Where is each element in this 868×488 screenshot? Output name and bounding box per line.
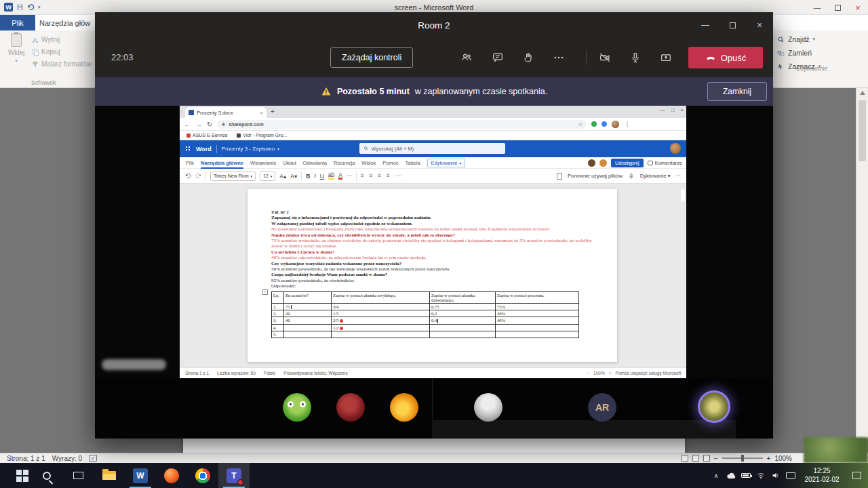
underline-button[interactable]: U [320, 173, 324, 180]
document-name[interactable]: Procenty 3 - Zapisano▾ [222, 146, 279, 152]
hidden-icons-chevron[interactable]: ∧ [709, 472, 724, 479]
copy-button[interactable]: Kopiuj [32, 46, 60, 58]
taskbar-orange-app-button[interactable] [156, 463, 187, 488]
participant-avatar-red[interactable] [336, 393, 365, 422]
camera-off-button[interactable] [593, 45, 617, 70]
participant-avatar-photo[interactable] [474, 393, 502, 422]
tab-close-icon[interactable]: × [260, 110, 263, 116]
participant-avatar-speaking[interactable] [698, 390, 730, 423]
indent-icon[interactable]: ≡ [378, 173, 382, 179]
chrome-maximize-icon[interactable]: □ [671, 107, 674, 113]
web-layout-icon[interactable] [703, 455, 710, 462]
table-row[interactable]: 3. 40 2/5 0,4 40% [272, 317, 579, 325]
table-row[interactable]: 1. 75 3/4 0,75 75% [272, 303, 579, 310]
keyboard-icon[interactable] [783, 472, 798, 479]
battery-icon[interactable] [738, 473, 753, 478]
raise-hand-button[interactable] [517, 45, 541, 70]
font-name-select[interactable]: Times New Rom▾ [210, 171, 256, 181]
bold-button[interactable]: B [306, 173, 310, 180]
zoom-slider[interactable] [722, 458, 763, 459]
italic-button[interactable]: I [314, 173, 315, 180]
paste-dropdown-icon[interactable]: ▾ [15, 58, 18, 64]
ribbon-overflow-icon[interactable]: ⋯ [676, 173, 682, 179]
bullet-list-icon[interactable]: ≡ [361, 173, 366, 179]
more-font-options-icon[interactable]: ⋯ [347, 173, 352, 179]
banner-close-button[interactable]: Zamknij [707, 82, 767, 101]
account-avatar[interactable] [670, 143, 681, 154]
shrink-font-icon[interactable]: A▾ [290, 173, 297, 180]
search-box[interactable] [359, 143, 505, 154]
read-mode-icon[interactable] [682, 455, 688, 462]
save-icon[interactable] [16, 3, 24, 11]
participants-button[interactable] [454, 45, 479, 70]
zoom-level[interactable]: 100% [774, 455, 792, 462]
table-row[interactable]: 2. 20 1/5 0,2 20% [272, 310, 579, 317]
action-center-icon[interactable] [852, 472, 861, 479]
forward-icon[interactable]: → [195, 121, 202, 128]
participant-avatar-flame[interactable] [390, 393, 418, 422]
bookmark-item-2[interactable]: Vidr - Program Gru... [237, 133, 287, 138]
editing-mode-dropdown[interactable]: Edytowanie▾ [427, 159, 466, 167]
chat-button[interactable] [486, 45, 510, 70]
wo-tab-home[interactable]: Narzędzia główne [201, 157, 243, 169]
more-options-button[interactable] [547, 45, 571, 70]
word-scrollbar[interactable] [856, 88, 868, 439]
wo-tab-plik[interactable]: Plik [186, 160, 194, 166]
taskbar-search-button[interactable] [31, 463, 62, 488]
chrome-close-icon[interactable]: × [680, 107, 684, 113]
taskbar-word-button[interactable]: W [125, 463, 156, 488]
wo-tab-recenzja[interactable]: Recenzja [334, 160, 355, 166]
table-row[interactable]: 5. [272, 331, 579, 338]
wo-status-predictions[interactable]: Przewidywanie tekstu: Włączone [283, 371, 348, 375]
undo-icon[interactable] [27, 3, 35, 11]
document-page[interactable]: Zal. nr 2 Zapoznaj się z informacjami i … [248, 189, 617, 362]
format-painter-button[interactable]: Malarz formatów [32, 58, 92, 70]
wo-status-page[interactable]: Strona 1 z 1 [185, 371, 209, 375]
spellcheck-icon[interactable]: ✓ [89, 455, 97, 462]
bookmark-item[interactable]: ASUS E-Service [186, 133, 227, 138]
scrollbar-thumb[interactable] [859, 100, 866, 161]
extension-icon-2[interactable] [601, 121, 607, 127]
app-launcher-icon[interactable] [185, 146, 191, 152]
teams-minimize-button[interactable]: — [692, 12, 719, 38]
zoom-in-icon[interactable]: + [767, 455, 771, 462]
leave-meeting-button[interactable]: Opuść [688, 47, 763, 68]
wo-zoom-out-icon[interactable]: − [587, 371, 589, 375]
zoom-out-icon[interactable]: − [714, 455, 718, 462]
highlight-button[interactable]: ab [328, 172, 334, 180]
chrome-profile-avatar[interactable] [612, 121, 619, 128]
align-icon[interactable]: ≡ [387, 173, 391, 179]
cut-button[interactable]: Wytnij [32, 34, 60, 45]
more-paragraph-icon[interactable]: ⋯ [395, 173, 401, 179]
status-word-count[interactable]: Wyrazy: 0 [52, 455, 82, 462]
wo-feedback-link[interactable]: Pomóż ulepszyć usługę Microsoft [616, 371, 681, 375]
restore-button[interactable] [827, 0, 848, 15]
reload-icon[interactable]: ↻ [207, 121, 212, 128]
grow-font-icon[interactable]: A▴ [279, 173, 286, 180]
microphone-button[interactable] [623, 45, 648, 70]
taskbar-clock[interactable]: 12:25 2021-02-02 [798, 467, 846, 484]
taskbar-chrome-button[interactable] [187, 463, 218, 488]
new-tab-button[interactable]: + [271, 108, 275, 115]
share-screen-button[interactable] [654, 45, 678, 70]
table-row[interactable]: 4. 1/2 [272, 324, 579, 331]
extension-icon[interactable] [591, 121, 597, 127]
wo-tab-wstawianie[interactable]: Wstawianie [250, 160, 276, 166]
teams-close-button[interactable]: × [746, 12, 773, 38]
wo-tab-tabela[interactable]: Tabela [406, 160, 420, 166]
chrome-minimize-icon[interactable]: — [659, 107, 665, 113]
chrome-menu-icon[interactable]: ⋮ [624, 121, 630, 127]
tab-file[interactable]: Plik [0, 15, 35, 30]
wo-zoom-level[interactable]: 100% [593, 371, 605, 375]
wo-tab-pomoc[interactable]: Pomoc [382, 160, 398, 166]
taskbar-teams-button[interactable]: T [218, 463, 250, 488]
wo-status-words[interactable]: Liczba wyrazów: 59 [217, 371, 256, 375]
doc-dropdown-icon[interactable]: ▾ [277, 146, 279, 151]
zoom-slider-thumb[interactable] [741, 455, 744, 462]
back-icon[interactable]: ← [184, 121, 191, 128]
chrome-tab[interactable]: Procenty 3.docx × [185, 107, 267, 118]
scroll-up-icon[interactable] [860, 91, 865, 95]
wo-zoom-in-icon[interactable]: + [609, 371, 612, 375]
font-size-select[interactable]: 12▾ [260, 171, 275, 181]
status-page-count[interactable]: Strona: 1 z 1 [7, 455, 45, 462]
